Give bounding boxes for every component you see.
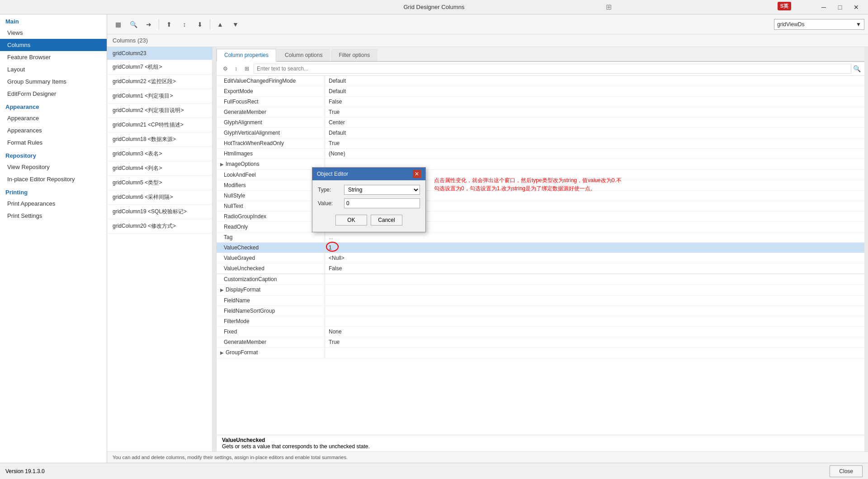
- toolbar-grid-btn[interactable]: ▦: [111, 18, 125, 31]
- modal-value-label: Value:: [318, 200, 340, 207]
- tab-column-properties[interactable]: Column properties: [217, 49, 276, 62]
- list-item[interactable]: gridColumn1 <判定项目>: [107, 89, 212, 103]
- status-bar: You can add and delete columns, modify t…: [107, 451, 868, 463]
- modal-cancel-button[interactable]: Cancel: [371, 215, 402, 225]
- prop-row[interactable]: HotTrackWhenReadOnly True: [217, 138, 864, 149]
- modal-type-select[interactable]: String Boolean Integer Double: [344, 185, 420, 195]
- prop-row[interactable]: Tag ...: [217, 232, 864, 243]
- list-item[interactable]: gridColumn19 <SQL校验标记>: [107, 205, 212, 219]
- sidebar-item-editform[interactable]: EditForm Designer: [0, 88, 107, 100]
- list-item[interactable]: gridColumn23: [107, 47, 212, 60]
- prop-row[interactable]: Fixed None: [217, 327, 864, 337]
- sidebar-item-views[interactable]: Views: [0, 27, 107, 39]
- tab-filter-options[interactable]: Filter options: [331, 49, 377, 61]
- toolbar: ▦ 🔍 ➜ ⬆ ↕ ⬆ ▲ ▼ gridViewDs ▼: [107, 14, 868, 34]
- prop-row[interactable]: ValueUnchecked False: [217, 263, 864, 274]
- sidebar-item-layout[interactable]: Layout: [0, 63, 107, 75]
- sort-icon-btn[interactable]: ⚙: [220, 64, 230, 73]
- list-item[interactable]: gridColumn6 <采样间隔>: [107, 190, 212, 205]
- sidebar: Main Views Columns Feature Browser Layou…: [0, 14, 107, 463]
- prop-row[interactable]: GenerateMember True: [217, 107, 864, 117]
- minimize-button[interactable]: ─: [816, 2, 831, 12]
- prop-value: True: [325, 337, 864, 347]
- toolbar-align-center-btn[interactable]: ↕: [177, 18, 192, 31]
- prop-row[interactable]: ValueGrayed <Null>: [217, 253, 864, 263]
- column-list: gridColumn23 gridColumn7 <机组> gridColumn…: [107, 47, 212, 451]
- modal-ok-button[interactable]: OK: [335, 215, 367, 225]
- prop-value: Default: [325, 76, 864, 86]
- tab-column-options[interactable]: Column options: [277, 49, 330, 61]
- appearance-section-header: Appearance: [0, 100, 107, 112]
- prop-row[interactable]: ▶DisplayFormat: [217, 285, 864, 296]
- maximize-button[interactable]: □: [833, 2, 847, 12]
- sidebar-item-format-rules[interactable]: Format Rules: [0, 136, 107, 149]
- prop-row[interactable]: ExportMode Default: [217, 86, 864, 97]
- sidebar-item-view-repository[interactable]: View Repository: [0, 161, 107, 173]
- value-checked-display: 1: [329, 244, 332, 251]
- property-search-input[interactable]: [254, 64, 851, 74]
- toolbar-align-right-btn[interactable]: ⬆: [193, 18, 207, 31]
- modal-value-input[interactable]: [344, 198, 420, 208]
- prop-value: True: [325, 107, 864, 117]
- modal-buttons: OK Cancel: [318, 212, 420, 227]
- toolbar-align-left-btn[interactable]: ⬆: [162, 18, 176, 31]
- prop-row[interactable]: GenerateMember True: [217, 337, 864, 348]
- prop-row[interactable]: EditValueChangedFiringMode Default: [217, 76, 864, 86]
- prop-row[interactable]: GlyphVerticalAlignment Default: [217, 128, 864, 138]
- toolbar-expand-btn[interactable]: ▼: [228, 18, 243, 31]
- list-item[interactable]: gridColumn18 <数据来源>: [107, 132, 212, 147]
- column-list-scrollbar[interactable]: [212, 47, 216, 451]
- sidebar-item-feature-browser[interactable]: Feature Browser: [0, 51, 107, 63]
- logo: S英: [778, 2, 791, 10]
- prop-name: Tag: [217, 232, 325, 242]
- prop-row[interactable]: FilterMode: [217, 316, 864, 327]
- main-section-header: Main: [0, 14, 107, 27]
- repository-section-header: Repository: [0, 149, 107, 161]
- prop-name: HotTrackWhenReadOnly: [217, 138, 325, 148]
- sidebar-item-appearances[interactable]: Appearances: [0, 124, 107, 136]
- list-item[interactable]: gridColumn21 <CP特性描述>: [107, 118, 212, 132]
- sidebar-item-appearance[interactable]: Appearance: [0, 112, 107, 124]
- prop-row[interactable]: FullFocusRect False: [217, 97, 864, 107]
- prop-row-valuechecked[interactable]: ValueChecked 1: [217, 243, 864, 253]
- right-panel-scrollbar[interactable]: [864, 47, 868, 451]
- list-item[interactable]: gridColumn7 <机组>: [107, 60, 212, 75]
- search-icons: ⚙ ↕ ⊞: [220, 64, 252, 73]
- modal-close-button[interactable]: ✕: [413, 170, 421, 178]
- toolbar-sep1: [159, 19, 159, 29]
- circle-annotation: [326, 242, 339, 252]
- sidebar-item-group-summary[interactable]: Group Summary Items: [0, 75, 107, 88]
- prop-row[interactable]: FieldNameSortGroup: [217, 306, 864, 316]
- toolbar-export-btn[interactable]: ➜: [142, 18, 156, 31]
- toolbar-search-btn[interactable]: 🔍: [126, 18, 141, 31]
- close-button[interactable]: Close: [830, 465, 863, 477]
- list-item[interactable]: gridColumn20 <修改方式>: [107, 219, 212, 234]
- prop-name: ValueChecked: [217, 243, 325, 253]
- sidebar-item-inplace-editor[interactable]: In-place Editor Repository: [0, 173, 107, 185]
- prop-value: [325, 285, 864, 295]
- prop-row[interactable]: FieldName: [217, 296, 864, 306]
- prop-name: ▶ImageOptions: [217, 159, 325, 169]
- toolbar-collapse-btn[interactable]: ▲: [213, 18, 227, 31]
- list-item[interactable]: gridColumn22 <监控区段>: [107, 75, 212, 89]
- sidebar-item-print-settings[interactable]: Print Settings: [0, 210, 107, 222]
- categorize-icon-btn[interactable]: ↕: [231, 64, 241, 73]
- prop-row[interactable]: CustomizationCaption: [217, 274, 864, 285]
- prop-row[interactable]: ▶GroupFormat: [217, 348, 864, 358]
- sidebar-item-columns[interactable]: Columns: [0, 39, 107, 51]
- view-dropdown[interactable]: gridViewDs ▼: [774, 19, 864, 30]
- prop-name: GlyphVerticalAlignment: [217, 128, 325, 138]
- list-item[interactable]: gridColumn5 <类型>: [107, 176, 212, 190]
- prop-value: False: [325, 97, 864, 107]
- list-item[interactable]: gridColumn2 <判定项目说明>: [107, 103, 212, 118]
- prop-row[interactable]: GlyphAlignment Center: [217, 117, 864, 128]
- view-icon-btn[interactable]: ⊞: [242, 64, 252, 73]
- modal-value-row: Value:: [318, 198, 420, 208]
- sidebar-item-print-appearances[interactable]: Print Appearances: [0, 197, 107, 210]
- window-close-button[interactable]: ✕: [849, 2, 863, 12]
- prop-row[interactable]: HtmlImages (None): [217, 149, 864, 159]
- modal-body: Type: String Boolean Integer Double Valu…: [312, 180, 425, 232]
- list-item[interactable]: gridColumn4 <列名>: [107, 161, 212, 176]
- prop-name: Modifiers: [217, 180, 325, 190]
- list-item[interactable]: gridColumn3 <表名>: [107, 147, 212, 161]
